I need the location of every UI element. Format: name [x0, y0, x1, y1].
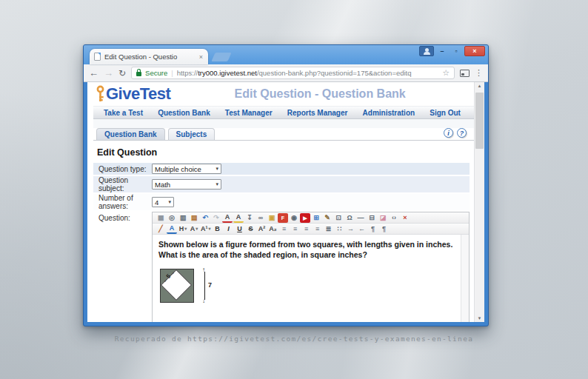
image-icon[interactable]: ▣	[267, 213, 277, 223]
info-icon[interactable]: i	[444, 128, 453, 138]
youtube-icon[interactable]: ▶	[300, 213, 310, 223]
rich-text-editor[interactable]: ▦◎▥▤↶↷AA↧∞▣F◉▶⊞✎⊡Ω—⊟◪‹›× ╱AH▾A▾A¹▾BIUSA²…	[152, 212, 470, 322]
browser-tab[interactable]: Edit Question - Questio ×	[90, 49, 208, 64]
bold-icon[interactable]: B	[213, 224, 223, 234]
question-subject-select[interactable]: Math▾	[152, 179, 221, 190]
address-bar[interactable]: Secure | https://try000.igivetest.net/qu…	[131, 67, 455, 79]
paragraph-rtl-icon[interactable]: ¶	[379, 224, 390, 234]
indent-icon[interactable]: →	[346, 224, 356, 234]
url-scheme: https://	[177, 69, 198, 77]
cast-icon[interactable]	[460, 70, 470, 77]
outdent-icon[interactable]: ←	[357, 224, 367, 234]
edit-question-heading: Edit Question	[97, 147, 474, 158]
editor-content[interactable]: Shown below is a figure formed from two …	[153, 235, 461, 322]
highlight-icon[interactable]: A	[167, 224, 177, 234]
tab-question-bank[interactable]: Question Bank	[96, 128, 165, 140]
italic-icon[interactable]: I	[224, 224, 234, 234]
font-size-icon[interactable]: A¹▾	[200, 224, 212, 234]
underline-icon[interactable]: U	[235, 224, 245, 234]
superscript-icon[interactable]: A²	[257, 224, 267, 234]
font-family-icon[interactable]: A▾	[189, 224, 199, 234]
page-properties-icon[interactable]: ⊟	[367, 213, 377, 223]
link-icon[interactable]: ∞	[255, 213, 266, 223]
nav-question-bank[interactable]: Question Bank	[158, 109, 210, 117]
table-icon[interactable]: ⊞	[311, 213, 321, 223]
editor-toolbar-row2: ╱AH▾A▾A¹▾BIUSA²A₂≡≡≡≡≣∷→←¶¶	[153, 224, 469, 235]
bullet-list-icon[interactable]: ∷	[335, 224, 345, 234]
undo-icon[interactable]: ↶	[200, 213, 210, 223]
question-row: Question: ▦◎▥▤↶↷AA↧∞▣F◉▶⊞✎⊡Ω—⊟◪‹›× ╱AH▾A…	[93, 212, 470, 322]
align-justify-icon[interactable]: ≡	[313, 224, 323, 234]
close-window-button[interactable]: ×	[464, 46, 485, 56]
source-code-icon[interactable]: ‹›	[389, 213, 399, 223]
subscript-icon[interactable]: A₂	[268, 224, 278, 234]
nav-administration[interactable]: Administration	[363, 109, 415, 117]
iframe-icon[interactable]: ⊡	[333, 213, 344, 223]
pencil-icon[interactable]: ╱	[156, 224, 166, 234]
nav-take-a-test[interactable]: Take a Test	[104, 109, 143, 117]
form-edit-icon[interactable]: ✎	[322, 213, 333, 223]
format-heading-icon[interactable]: H▾	[178, 224, 188, 234]
horizontal-rule-icon[interactable]: —	[355, 213, 366, 223]
nav-reports-manager[interactable]: Reports Manager	[287, 109, 348, 117]
editor-scrollbar[interactable]	[461, 235, 469, 322]
anchor-icon[interactable]: ↧	[244, 213, 255, 223]
arrow-down-icon: ↓	[202, 298, 205, 304]
page-favicon	[94, 53, 101, 61]
paragraph-ltr-icon[interactable]: ¶	[368, 224, 378, 234]
redo-icon[interactable]: ↷	[211, 213, 221, 223]
minimize-button[interactable]: –	[436, 46, 448, 56]
tab-subjects[interactable]: Subjects	[168, 128, 216, 140]
question-label: Question:	[98, 212, 152, 222]
igivetest-logo[interactable]: GiveTest	[93, 84, 170, 104]
back-icon[interactable]: ←	[89, 68, 98, 78]
reload-icon[interactable]: ↻	[118, 69, 126, 78]
find-icon[interactable]: ▥	[178, 213, 188, 223]
scroll-up-icon[interactable]: ▲	[475, 84, 484, 88]
secure-label: Secure	[145, 69, 167, 77]
main-nav: Take a Test Question Bank Test Manager R…	[93, 106, 474, 119]
browser-menu-icon[interactable]: ⋮	[475, 68, 483, 78]
scrollbar-thumb[interactable]	[475, 93, 484, 149]
logo-text: GiveTest	[106, 84, 170, 104]
question-type-select[interactable]: Multiple choice▾	[152, 164, 221, 174]
nav-spacer	[93, 119, 474, 128]
omega-icon[interactable]: Ω	[344, 213, 355, 223]
question-type-label: Question type:	[98, 165, 152, 173]
browser-window: – ▫ × Edit Question - Questio × ← → ↻ Se…	[83, 44, 489, 326]
bookmark-star-icon[interactable]: ☆	[442, 68, 450, 78]
number-of-answers-label: Number of answers:	[98, 194, 152, 210]
remove-format-icon[interactable]: ×	[400, 213, 410, 223]
flash-icon[interactable]: F	[278, 213, 288, 223]
align-center-icon[interactable]: ≡	[290, 224, 301, 234]
page-scrollbar[interactable]: ▲ ▼	[474, 82, 484, 322]
eraser-icon[interactable]: ◪	[378, 213, 388, 223]
numbered-list-icon[interactable]: ≣	[324, 224, 334, 234]
maximize-button[interactable]: ▫	[450, 46, 462, 56]
align-right-icon[interactable]: ≡	[301, 224, 312, 234]
tab-close-icon[interactable]: ×	[198, 53, 204, 61]
new-tab-button[interactable]	[211, 53, 231, 61]
paste-icon[interactable]: ▤	[189, 213, 199, 223]
number-of-answers-row: Number of answers: 4▾	[93, 194, 470, 210]
url-path: /question-bank.php?questionid=175&action…	[257, 69, 412, 77]
text-color-icon[interactable]: A	[222, 213, 233, 223]
chevron-down-icon: ▾	[216, 166, 218, 172]
nav-sign-out[interactable]: Sign Out	[430, 109, 461, 117]
scroll-down-icon[interactable]: ▼	[475, 316, 484, 321]
media-icon[interactable]: ◉	[289, 213, 299, 223]
browser-titlebar: – ▫ × Edit Question - Questio ×	[84, 45, 488, 64]
profile-button[interactable]	[419, 46, 434, 56]
number-of-answers-select[interactable]: 4▾	[152, 197, 174, 207]
strike-icon[interactable]: S	[246, 224, 256, 234]
question-type-value: Multiple choice	[155, 165, 201, 173]
forward-icon[interactable]: →	[104, 68, 113, 78]
editor-toolbar-row1: ▦◎▥▤↶↷AA↧∞▣F◉▶⊞✎⊡Ω—⊟◪‹›×	[153, 212, 469, 224]
app-header: GiveTest Edit Question - Question Bank	[93, 82, 474, 106]
fill-color-icon[interactable]: A	[233, 213, 244, 223]
align-left-icon[interactable]: ≡	[279, 224, 290, 234]
help-icon[interactable]: ?	[457, 128, 467, 138]
preview-icon[interactable]: ◎	[167, 213, 177, 223]
nav-test-manager[interactable]: Test Manager	[225, 109, 273, 117]
templates-icon[interactable]: ▦	[156, 213, 166, 223]
